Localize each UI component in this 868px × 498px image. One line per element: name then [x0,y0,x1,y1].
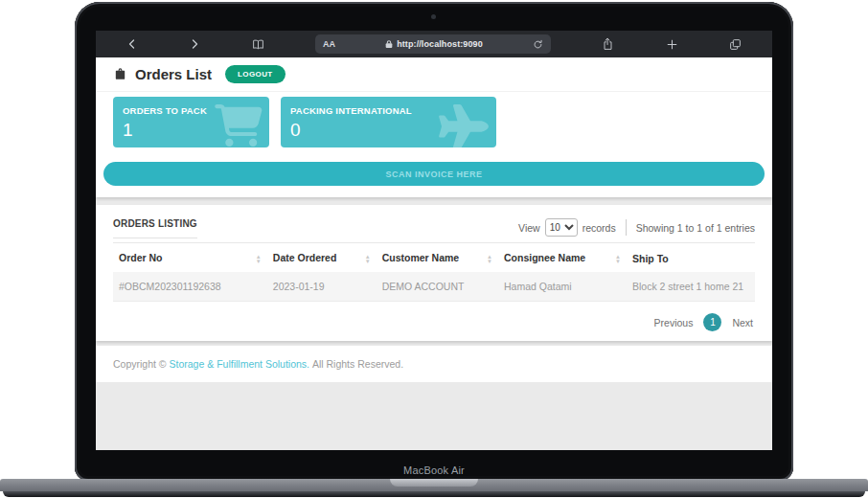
back-icon[interactable] [126,38,138,50]
shopping-cart-icon [214,104,263,147]
webcam-dot [431,14,436,19]
cell-consignee-name: Hamad Qatami [498,272,627,302]
bag-icon [113,67,127,81]
view-label: View [518,222,540,234]
browser-toolbar: AA http://localhost:9090 [96,31,772,57]
page-footer: Copyright © Storage & Fulfillment Soluti… [96,346,772,382]
url-text: http://localhost:9090 [397,39,483,49]
sort-icon[interactable] [487,255,492,264]
lock-icon [385,39,393,49]
current-page-button[interactable]: 1 [703,313,721,331]
top-section: Orders List LOGOUT ORDERS TO PACK 1 PACK… [96,57,772,197]
orders-table: Order No Date Ordered Customer Name Cons… [113,242,755,302]
column-header-customer-name[interactable]: Customer Name [377,243,498,273]
records-label: records [582,222,616,234]
orders-to-pack-card[interactable]: ORDERS TO PACK 1 [113,97,269,147]
browser-window: AA http://localhost:9090 [96,31,772,450]
page-size-select[interactable]: 10 [545,218,578,237]
cell-customer-name: DEMO ACCOUNT [377,272,498,302]
sort-icon[interactable] [256,255,262,264]
column-header-order-no[interactable]: Order No [113,243,267,273]
column-header-ship-to[interactable]: Ship To [627,243,755,273]
listing-title: ORDERS LISTING [113,218,197,238]
font-size-control[interactable]: AA [323,39,335,49]
reload-icon[interactable] [533,39,543,50]
sort-icon[interactable] [365,255,371,264]
packing-international-card[interactable]: PACKING INTERNATIONAL 0 [281,97,496,147]
laptop-base-notch [390,479,478,487]
table-row[interactable]: #OBCM202301192638 2023-01-19 DEMO ACCOUN… [113,272,755,302]
next-page-link[interactable]: Next [732,317,753,328]
copyright-suffix: All Rights Reserved. [309,358,403,370]
column-header-consignee-name[interactable]: Consignee Name [498,243,627,273]
new-tab-plus-icon[interactable] [666,38,678,51]
previous-page-link[interactable]: Previous [654,317,694,328]
scan-invoice-input[interactable] [103,162,765,186]
scan-section [96,156,772,197]
bookmarks-book-icon[interactable] [252,38,264,51]
cell-ship-to: Block 2 street 1 home 21 [627,272,755,302]
column-header-date-ordered[interactable]: Date Ordered [267,243,377,273]
page-title: Orders List [135,66,212,82]
showing-entries-text: Showing 1 to 1 of 1 entries [636,222,755,234]
sort-icon[interactable] [615,255,621,264]
url-display: http://localhost:9090 [335,39,533,49]
app-header: Orders List LOGOUT [96,57,772,92]
pagination: Previous 1 Next [96,302,772,335]
airplane-icon [437,104,491,147]
summary-cards: ORDERS TO PACK 1 PACKING INTERNATIONAL 0 [96,92,772,156]
orders-page: Orders List LOGOUT ORDERS TO PACK 1 PACK… [96,57,772,450]
view-controls: View 10 records Showing 1 to 1 of 1 entr… [518,218,755,237]
cell-order-no: #OBCM202301192638 [113,272,267,302]
cell-date-ordered: 2023-01-19 [267,272,377,302]
copyright-prefix: Copyright © [113,358,170,370]
laptop-base-edge [3,491,865,497]
logout-button[interactable]: LOGOUT [225,65,286,83]
share-icon[interactable] [602,37,614,51]
forward-icon[interactable] [189,38,200,50]
company-link[interactable]: Storage & Fulfillment Solutions. [170,358,310,370]
listing-header: ORDERS LISTING View 10 records Showing 1… [96,218,772,238]
macbook-mockup: AA http://localhost:9090 [0,0,868,498]
address-bar[interactable]: AA http://localhost:9090 [315,34,551,54]
divider [626,219,627,236]
table-header-row: Order No Date Ordered Customer Name Cons… [113,243,755,273]
orders-listing-panel: ORDERS LISTING View 10 records Showing 1… [96,205,772,341]
macbook-air-label: MacBook Air [75,464,793,476]
tabs-overview-icon[interactable] [729,38,742,51]
